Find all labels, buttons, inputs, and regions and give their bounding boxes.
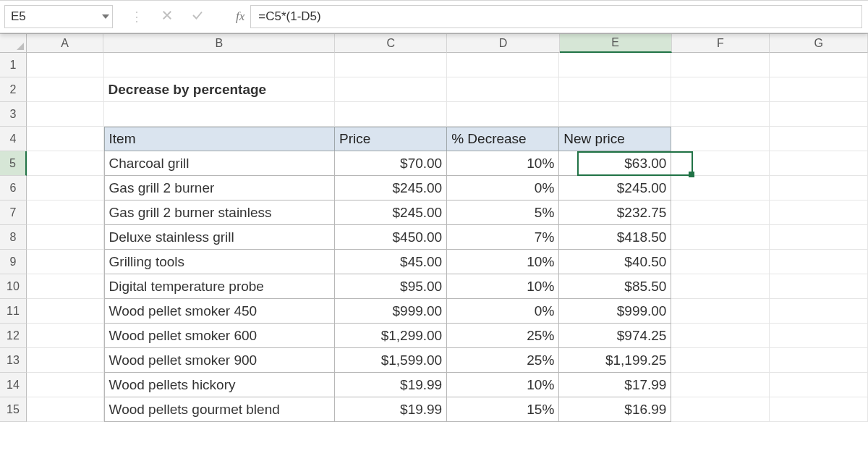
header-newprice[interactable]: New price: [559, 127, 671, 151]
cell-A6[interactable]: [27, 176, 104, 200]
row-header-3[interactable]: 3: [0, 102, 27, 127]
cell-item[interactable]: Deluxe stainless grill: [104, 225, 336, 250]
cell-decrease[interactable]: 10%: [447, 151, 559, 176]
cell-G14[interactable]: [770, 373, 868, 397]
cell-item[interactable]: Grilling tools: [104, 250, 336, 274]
row-header-9[interactable]: 9: [0, 250, 27, 274]
col-header-E[interactable]: E: [560, 34, 672, 53]
cell-A7[interactable]: [27, 200, 104, 225]
cell-A12[interactable]: [27, 324, 104, 348]
row-header-4[interactable]: 4: [0, 127, 27, 151]
row-header-5[interactable]: 5: [0, 151, 27, 176]
cell-G9[interactable]: [770, 250, 868, 274]
row-header-15[interactable]: 15: [0, 397, 27, 422]
cell-newprice[interactable]: $999.00: [559, 299, 671, 324]
cell-E1[interactable]: [559, 53, 671, 77]
cell-F4[interactable]: [671, 127, 770, 151]
cell-decrease[interactable]: 0%: [447, 176, 559, 200]
cell-F7[interactable]: [671, 200, 770, 225]
cell-newprice[interactable]: $63.00: [559, 151, 671, 176]
cell-item[interactable]: Gas grill 2 burner: [104, 176, 336, 200]
cell-F14[interactable]: [671, 373, 770, 397]
cell-F10[interactable]: [671, 274, 770, 299]
cancel-icon[interactable]: [161, 9, 174, 25]
formula-input[interactable]: =C5*(1-D5): [250, 5, 862, 28]
cell-A13[interactable]: [27, 348, 104, 373]
cell-A11[interactable]: [27, 299, 104, 324]
row-header-8[interactable]: 8: [0, 225, 27, 250]
cell-item[interactable]: Wood pellets hickory: [104, 373, 336, 397]
cell-decrease[interactable]: 7%: [447, 225, 559, 250]
cell-price[interactable]: $95.00: [335, 274, 447, 299]
cell-E3[interactable]: [559, 102, 671, 127]
row-header-14[interactable]: 14: [0, 373, 27, 397]
cell-G1[interactable]: [770, 53, 868, 77]
cell-F15[interactable]: [671, 397, 770, 422]
cell-G7[interactable]: [770, 200, 868, 225]
cell-F3[interactable]: [671, 102, 770, 127]
cell-F1[interactable]: [671, 53, 770, 77]
cell-G15[interactable]: [770, 397, 868, 422]
cell-A5[interactable]: [27, 151, 104, 176]
fx-icon[interactable]: fx: [236, 9, 244, 24]
cell-newprice[interactable]: $245.00: [559, 176, 671, 200]
cell-price[interactable]: $245.00: [335, 176, 447, 200]
cell-newprice[interactable]: $17.99: [559, 373, 671, 397]
cell-newprice[interactable]: $40.50: [559, 250, 671, 274]
cell-F2[interactable]: [671, 77, 770, 102]
cell-F5[interactable]: [671, 151, 770, 176]
cell-price[interactable]: $70.00: [335, 151, 447, 176]
cell-decrease[interactable]: 5%: [447, 200, 559, 225]
cell-price[interactable]: $19.99: [335, 373, 447, 397]
cell-D2[interactable]: [447, 77, 559, 102]
cell-G6[interactable]: [770, 176, 868, 200]
cell-newprice[interactable]: $16.99: [559, 397, 671, 422]
row-header-10[interactable]: 10: [0, 274, 27, 299]
cell-decrease[interactable]: 0%: [447, 299, 559, 324]
cell-B1[interactable]: [104, 53, 335, 77]
cell-price[interactable]: $19.99: [335, 397, 447, 422]
cell-item[interactable]: Wood pellet smoker 900: [104, 348, 336, 373]
cell-newprice[interactable]: $232.75: [559, 200, 671, 225]
cell-G3[interactable]: [770, 102, 868, 127]
col-header-G[interactable]: G: [770, 34, 868, 53]
cell-A15[interactable]: [27, 397, 104, 422]
cell-G10[interactable]: [770, 274, 868, 299]
cell-G11[interactable]: [770, 299, 868, 324]
cell-A2[interactable]: [27, 77, 104, 102]
page-title[interactable]: Decrease by percentage: [104, 77, 335, 102]
cell-F12[interactable]: [671, 324, 770, 348]
cell-F8[interactable]: [671, 225, 770, 250]
chevron-down-icon[interactable]: [102, 14, 109, 19]
cell-item[interactable]: Wood pellets gourmet blend: [104, 397, 336, 422]
col-header-C[interactable]: C: [335, 34, 447, 53]
header-price[interactable]: Price: [335, 127, 447, 151]
cell-F11[interactable]: [671, 299, 770, 324]
cell-F13[interactable]: [671, 348, 770, 373]
cell-C3[interactable]: [335, 102, 447, 127]
row-header-6[interactable]: 6: [0, 176, 27, 200]
cell-E2[interactable]: [559, 77, 671, 102]
enter-icon[interactable]: [191, 9, 204, 25]
cell-price[interactable]: $999.00: [335, 299, 447, 324]
header-item[interactable]: Item: [104, 127, 336, 151]
cell-F6[interactable]: [671, 176, 770, 200]
cell-newprice[interactable]: $1,199.25: [559, 348, 671, 373]
row-header-12[interactable]: 12: [0, 324, 27, 348]
col-header-B[interactable]: B: [103, 34, 335, 53]
cell-price[interactable]: $45.00: [335, 250, 447, 274]
cell-decrease[interactable]: 15%: [447, 397, 559, 422]
cell-newprice[interactable]: $974.25: [559, 324, 671, 348]
cell-C1[interactable]: [335, 53, 447, 77]
row-header-7[interactable]: 7: [0, 200, 27, 225]
cell-G2[interactable]: [770, 77, 868, 102]
cell-item[interactable]: Gas grill 2 burner stainless: [104, 200, 336, 225]
col-header-A[interactable]: A: [27, 34, 104, 53]
worksheet[interactable]: A B C D E F G 1 2 Decrease by percentage…: [0, 33, 868, 422]
cell-A3[interactable]: [27, 102, 104, 127]
cell-item[interactable]: Wood pellet smoker 600: [104, 324, 336, 348]
row-header-11[interactable]: 11: [0, 299, 27, 324]
cell-decrease[interactable]: 10%: [447, 274, 559, 299]
cell-item[interactable]: Digital temperature probe: [104, 274, 336, 299]
header-decrease[interactable]: % Decrease: [447, 127, 559, 151]
